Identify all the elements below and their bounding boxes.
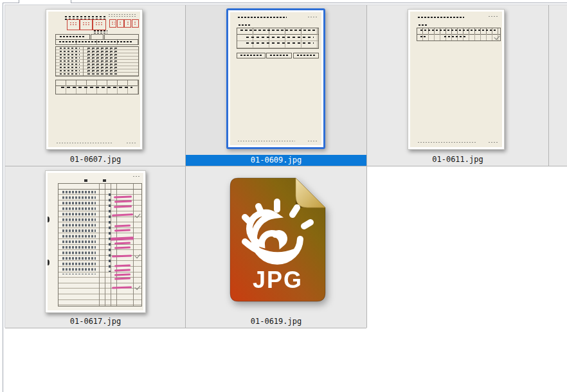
- file-name-label[interactable]: 01-0619.jpg: [186, 316, 366, 327]
- table-value-text: [86, 48, 116, 75]
- doc-header-text: [237, 17, 287, 19]
- document-page: [230, 12, 321, 145]
- stamp-scribble: [94, 22, 104, 26]
- stamp-box-1: [67, 19, 80, 30]
- file-name-label[interactable]: 01-0611.jpg: [367, 154, 548, 165]
- file-name-label[interactable]: 01-0607.jpg: [6, 154, 185, 165]
- table-label-text: [58, 48, 80, 75]
- detail-table-1: [55, 46, 138, 76]
- field-strip: [55, 39, 138, 44]
- file-icon-0619[interactable]: JPG: [230, 177, 326, 302]
- footer-date-text: [307, 141, 317, 143]
- file-thumbnail-0617[interactable]: [45, 170, 146, 313]
- file-name-label-selected[interactable]: 01-0609.jpg: [186, 155, 366, 166]
- pane-border-top: [3, 3, 567, 3]
- handwritten-amount: [114, 273, 130, 276]
- thumbnail-browser: { "grid": { "items": [ {"filename": "01-…: [0, 0, 567, 392]
- document-page: [410, 12, 502, 147]
- binder-hole-bottom: [48, 260, 50, 265]
- jpg-file-icon: JPG: [230, 177, 326, 302]
- binder-hole-top: [48, 217, 50, 222]
- table-row-text: [244, 42, 314, 45]
- field-text: [59, 36, 85, 38]
- toolbar-remnant: [19, 0, 71, 3]
- jpg-label: JPG: [253, 267, 303, 293]
- grid-line-horizontal-1: [5, 166, 567, 166]
- header-char-2: [103, 179, 106, 182]
- doc-section-label: [237, 24, 250, 26]
- billing-table: [237, 28, 319, 49]
- footer-date-text: [487, 142, 498, 144]
- summary-box-3: [293, 53, 319, 58]
- file-thumbnail-0607[interactable]: [46, 9, 143, 150]
- approval-stamp-4: [132, 19, 139, 28]
- grid-line-vertical-1: [185, 5, 186, 328]
- doc-subtitle-text: [93, 30, 107, 33]
- stamp-scribble: [133, 22, 137, 24]
- detail-table-2: [55, 80, 138, 94]
- file-thumbnail-0609-selected[interactable]: [226, 8, 325, 149]
- ledger-column-divider: [133, 184, 134, 306]
- footer-path-text: [417, 142, 476, 144]
- header-char-1: [84, 179, 87, 182]
- footer-path-text: [237, 141, 295, 143]
- grid-line-vertical-2: [366, 5, 367, 328]
- footer-path-text: [55, 143, 113, 145]
- file-thumbnail-0611[interactable]: [408, 9, 505, 150]
- doc-header-text: [417, 17, 464, 19]
- stamp-box-2: [80, 19, 93, 30]
- stamp-scribble: [69, 22, 78, 26]
- doc-page-number-text: [487, 16, 498, 18]
- ledger-header-row: [59, 184, 141, 190]
- summary-box-1: [237, 53, 266, 58]
- approval-stamp-1: [109, 19, 116, 28]
- handwritten-amount: [114, 205, 132, 208]
- table-cell-text: [442, 36, 465, 39]
- summary-text: [239, 55, 262, 57]
- approval-stamp-3: [124, 19, 131, 28]
- page-number-text: [132, 176, 140, 178]
- ledger-column-divider: [99, 184, 100, 306]
- table-cell-text: [59, 87, 132, 89]
- stamp-scribble: [82, 22, 91, 26]
- table-header-text: [239, 30, 315, 32]
- summary-box-2: [266, 53, 292, 58]
- stamp-scribble: [126, 22, 130, 24]
- summary-text: [269, 55, 289, 57]
- document-page: [48, 173, 143, 310]
- stamp-scribble: [118, 22, 122, 24]
- ledger-column-divider: [111, 184, 111, 306]
- ledger-qty-text: [105, 193, 111, 272]
- grid-line-vertical-3: [548, 5, 549, 166]
- file-name-label[interactable]: 01-0617.jpg: [6, 316, 185, 327]
- table-header-text: [419, 30, 498, 32]
- doc-header-right-text: [107, 14, 136, 17]
- doc-section-label: [417, 24, 428, 26]
- approval-stamp-2: [117, 19, 124, 28]
- grid-line-horizontal-2: [5, 328, 366, 328]
- table-column-divider: [83, 47, 84, 76]
- ledger-item-text: [61, 191, 96, 274]
- folded-corner: [296, 178, 325, 208]
- wide-table: [417, 28, 501, 41]
- field-text: [58, 41, 132, 43]
- table-cell-text: [419, 36, 428, 39]
- stamp-scribble: [111, 22, 114, 24]
- stamp-box-3: [93, 19, 106, 30]
- pane-border-left: [3, 3, 3, 392]
- summary-text: [296, 55, 316, 57]
- doc-page-number-text: [307, 17, 317, 19]
- footer-date-text: [125, 143, 136, 145]
- document-page: [48, 12, 140, 147]
- table-row-text: [244, 37, 314, 39]
